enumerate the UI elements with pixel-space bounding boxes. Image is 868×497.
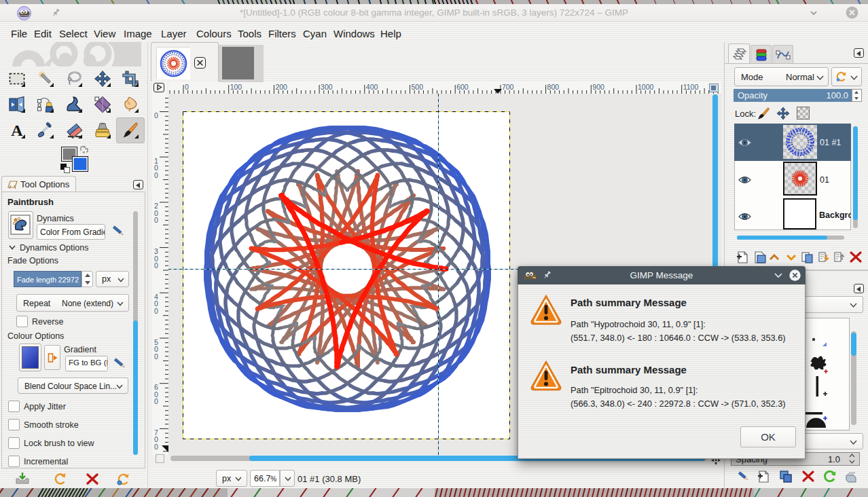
svg-text:0: 0 bbox=[185, 83, 189, 91]
svg-text:0: 0 bbox=[154, 307, 158, 315]
svg-text:0: 0 bbox=[154, 216, 158, 224]
svg-text:900: 900 bbox=[592, 83, 604, 91]
svg-text:600: 600 bbox=[456, 83, 469, 91]
svg-text:0: 0 bbox=[154, 111, 158, 119]
svg-text:200: 200 bbox=[275, 83, 287, 91]
svg-text:0: 0 bbox=[154, 261, 158, 270]
svg-text:500: 500 bbox=[412, 83, 424, 91]
svg-text:0: 0 bbox=[154, 352, 158, 361]
svg-text:1100: 1100 bbox=[683, 83, 699, 91]
svg-text:1000: 1000 bbox=[638, 83, 654, 91]
svg-text:400: 400 bbox=[366, 83, 378, 91]
svg-text:0: 0 bbox=[154, 171, 158, 179]
svg-text:0: 0 bbox=[154, 397, 158, 405]
svg-text:700: 700 bbox=[502, 83, 514, 91]
svg-text:800: 800 bbox=[547, 83, 560, 91]
svg-text:0: 0 bbox=[154, 443, 158, 451]
svg-text:300: 300 bbox=[321, 83, 333, 91]
svg-text:100: 100 bbox=[230, 83, 242, 91]
